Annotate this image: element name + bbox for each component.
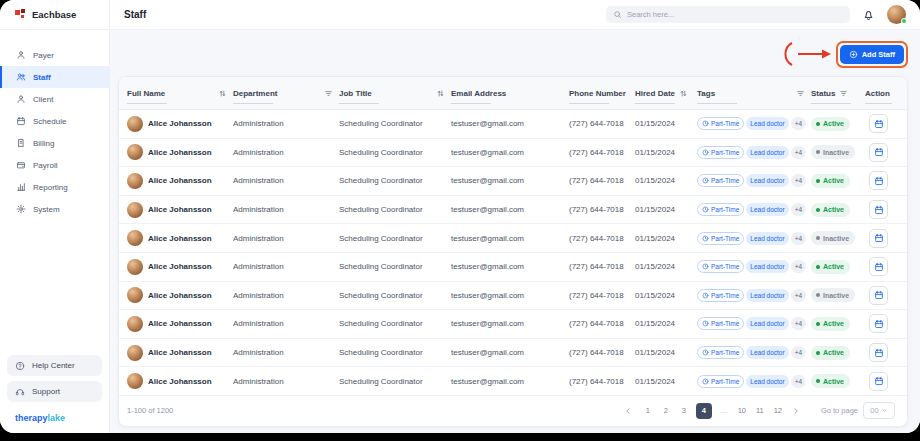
cell-department: Administration xyxy=(233,291,339,300)
page-button-4[interactable]: 4 xyxy=(696,403,712,419)
cell-action xyxy=(865,171,899,190)
column-header-tags[interactable]: Tags xyxy=(697,77,811,109)
tag-label: Lead doctor xyxy=(750,177,784,184)
cell-hired-date: 01/15/2024 xyxy=(635,119,697,128)
filter-icon[interactable] xyxy=(324,89,333,98)
table-row[interactable]: Alice Johansson Administration Schedulin… xyxy=(119,310,907,339)
row-calendar-button[interactable] xyxy=(869,314,888,333)
sidebar-item-schedule[interactable]: Schedule xyxy=(0,110,109,132)
cell-tags: Part-TimeLead doctor+4 xyxy=(697,117,811,130)
cell-hired-date: 01/15/2024 xyxy=(635,205,697,214)
table-row[interactable]: Alice Johansson Administration Schedulin… xyxy=(119,110,907,139)
staff-name: Alice Johansson xyxy=(148,176,212,185)
previous-page-button[interactable] xyxy=(621,403,637,419)
sidebar-item-billing[interactable]: Billing xyxy=(0,132,109,154)
tag-chip--4[interactable]: +4 xyxy=(791,117,806,130)
column-header-job-title[interactable]: Job Title xyxy=(339,77,451,109)
sort-icon[interactable] xyxy=(436,89,445,98)
cell-email: testuser@gmail.com xyxy=(451,234,569,243)
tag-chip--4[interactable]: +4 xyxy=(791,375,806,388)
sidebar-item-help-center[interactable]: Help Center xyxy=(7,355,102,376)
sidebar-item-reporting[interactable]: Reporting xyxy=(0,176,109,198)
annotation-arrow xyxy=(783,41,833,67)
filter-icon[interactable] xyxy=(839,89,848,98)
payer-icon xyxy=(16,50,26,60)
tag-chip--4[interactable]: +4 xyxy=(791,317,806,330)
pager: 1234...101112 xyxy=(621,403,805,419)
row-calendar-button[interactable] xyxy=(869,229,888,248)
sort-icon[interactable] xyxy=(679,89,688,98)
tag-chip--4[interactable]: +4 xyxy=(791,232,806,245)
app-logo: Eachbase xyxy=(0,0,110,29)
online-status-dot xyxy=(901,18,907,24)
search-input[interactable] xyxy=(627,10,843,19)
sidebar-item-client[interactable]: Client xyxy=(0,88,109,110)
tag-chip-lead-doctor: Lead doctor xyxy=(746,146,788,159)
notifications-bell-icon[interactable] xyxy=(862,8,875,21)
tag-label: Part-Time xyxy=(711,177,739,184)
topbar: Eachbase Staff xyxy=(0,0,920,30)
page-button-1[interactable]: 1 xyxy=(642,403,654,419)
row-calendar-button[interactable] xyxy=(869,200,888,219)
row-calendar-button[interactable] xyxy=(869,114,888,133)
table-row[interactable]: Alice Johansson Administration Schedulin… xyxy=(119,139,907,168)
row-calendar-button[interactable] xyxy=(869,143,888,162)
sort-icon[interactable] xyxy=(218,89,227,98)
row-avatar xyxy=(127,287,143,303)
filter-icon[interactable] xyxy=(796,89,805,98)
column-header-hired-date[interactable]: Hired Date xyxy=(635,77,697,109)
sidebar-item-payer[interactable]: Payer xyxy=(0,44,109,66)
cell-tags: Part-TimeLead doctor+4 xyxy=(697,232,811,245)
column-header-department[interactable]: Department xyxy=(233,77,339,109)
page-button-11[interactable]: 11 xyxy=(754,403,766,419)
user-avatar[interactable] xyxy=(887,5,906,24)
staff-name: Alice Johansson xyxy=(148,205,212,214)
table-row[interactable]: Alice Johansson Administration Schedulin… xyxy=(119,367,907,396)
page-button-10[interactable]: 10 xyxy=(736,403,748,419)
pager-ellipsis: ... xyxy=(718,403,730,419)
column-header-full-name[interactable]: Full Name xyxy=(127,77,233,109)
tag-chip--4[interactable]: +4 xyxy=(791,174,806,187)
column-header-action: Action xyxy=(865,77,899,109)
cell-email: testuser@gmail.com xyxy=(451,319,569,328)
cell-tags: Part-TimeLead doctor+4 xyxy=(697,146,811,159)
sidebar-item-payroll[interactable]: Payroll xyxy=(0,154,109,176)
row-avatar xyxy=(127,259,143,275)
pager-pages: 1234...101112 xyxy=(642,403,784,419)
cell-email: testuser@gmail.com xyxy=(451,291,569,300)
cell-full-name: Alice Johansson xyxy=(127,173,233,189)
row-calendar-button[interactable] xyxy=(869,171,888,190)
search-bar[interactable] xyxy=(606,6,850,23)
tag-chip--4[interactable]: +4 xyxy=(791,289,806,302)
row-calendar-button[interactable] xyxy=(869,257,888,276)
table-row[interactable]: Alice Johansson Administration Schedulin… xyxy=(119,196,907,225)
table-row[interactable]: Alice Johansson Administration Schedulin… xyxy=(119,224,907,253)
column-header-status[interactable]: Status xyxy=(811,77,865,109)
page-button-12[interactable]: 12 xyxy=(772,403,784,419)
sidebar-item-support[interactable]: Support xyxy=(7,381,102,402)
tag-chip--4[interactable]: +4 xyxy=(791,346,806,359)
next-page-button[interactable] xyxy=(789,403,805,419)
cell-hired-date: 01/15/2024 xyxy=(635,176,697,185)
cell-hired-date: 01/15/2024 xyxy=(635,377,697,386)
row-calendar-button[interactable] xyxy=(869,286,888,305)
table-row[interactable]: Alice Johansson Administration Schedulin… xyxy=(119,167,907,196)
page-button-3[interactable]: 3 xyxy=(678,403,690,419)
row-calendar-button[interactable] xyxy=(869,372,888,391)
sidebar-item-staff[interactable]: Staff xyxy=(0,66,109,88)
staff-name: Alice Johansson xyxy=(148,262,212,271)
row-avatar xyxy=(127,345,143,361)
tag-label: Lead doctor xyxy=(750,235,784,242)
add-staff-button[interactable]: Add Staff xyxy=(840,45,904,64)
table-row[interactable]: Alice Johansson Administration Schedulin… xyxy=(119,253,907,282)
sidebar-item-system[interactable]: System xyxy=(0,198,109,220)
row-calendar-button[interactable] xyxy=(869,343,888,362)
tag-chip--4[interactable]: +4 xyxy=(791,203,806,216)
table-row[interactable]: Alice Johansson Administration Schedulin… xyxy=(119,339,907,368)
tag-chip-part-time: Part-Time xyxy=(697,260,744,273)
page-button-2[interactable]: 2 xyxy=(660,403,672,419)
table-row[interactable]: Alice Johansson Administration Schedulin… xyxy=(119,282,907,311)
go-to-page-input[interactable]: 00 xyxy=(863,402,895,419)
tag-chip--4[interactable]: +4 xyxy=(791,260,806,273)
tag-chip--4[interactable]: +4 xyxy=(791,146,806,159)
